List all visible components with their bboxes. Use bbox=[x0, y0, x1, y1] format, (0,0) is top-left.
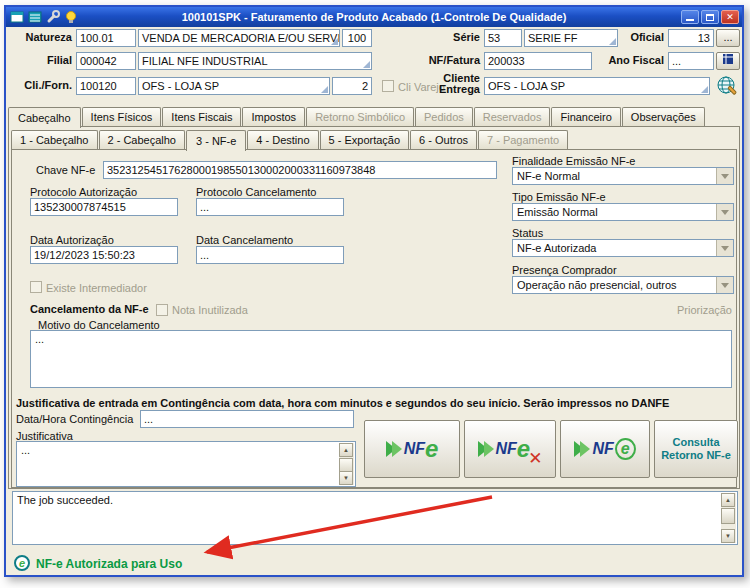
priorizacao-label: Priorização bbox=[606, 304, 732, 317]
justificativa-scrollbar[interactable]: ▲ ▼ bbox=[339, 443, 354, 485]
cliente-entrega-label: Cliente Entrega bbox=[424, 73, 480, 95]
existe-intermediador-label: Existe Intermediador bbox=[46, 282, 147, 295]
ano-fiscal-field[interactable]: ... bbox=[668, 52, 714, 70]
data-cancelamento-field[interactable]: ... bbox=[196, 246, 344, 264]
close-button[interactable]: ✕ bbox=[721, 10, 739, 24]
tab-cabecalho[interactable]: Cabeçalho bbox=[8, 107, 81, 128]
title-bar: 100101SPK - Faturamento de Produto Acaba… bbox=[6, 7, 742, 27]
subtab-2-cabecalho[interactable]: 2 - Cabeçalho bbox=[99, 130, 186, 149]
cliente-entrega-globe-button[interactable] bbox=[716, 75, 740, 99]
nfe-logo-nf: NF bbox=[404, 440, 425, 458]
tipo-emissao-select[interactable]: Emissão Normal bbox=[512, 203, 734, 221]
oficial-lookup-button[interactable]: ... bbox=[716, 29, 740, 47]
natureza-desc-field[interactable]: VENDA DE MERCADORIA E/OU SERVI bbox=[138, 29, 340, 47]
tab-itens-fisicos[interactable]: Itens Físicos bbox=[82, 107, 162, 126]
status-select[interactable]: NF-e Autorizada bbox=[512, 239, 734, 257]
cli-forn-qty-field[interactable]: 2 bbox=[332, 77, 372, 95]
finalidade-emissao-value: NF-e Normal bbox=[517, 170, 580, 182]
nfe-transmit-button[interactable]: NFe bbox=[364, 420, 460, 478]
ano-fiscal-lookup-button[interactable] bbox=[716, 52, 740, 70]
cli-forn-code-field[interactable]: 100120 bbox=[76, 77, 136, 95]
scroll-down-icon[interactable]: ▼ bbox=[339, 471, 353, 485]
chevron-down-icon[interactable] bbox=[716, 277, 733, 293]
protocolo-autorizacao-field[interactable]: 135230007874515 bbox=[30, 198, 178, 216]
tab-reservados: Reservados bbox=[474, 107, 551, 126]
scroll-up-icon[interactable]: ▲ bbox=[339, 443, 353, 457]
justificativa-value: ... bbox=[21, 444, 30, 456]
chevron-down-icon[interactable] bbox=[716, 204, 733, 220]
nfe-logo-e: e bbox=[425, 439, 438, 459]
window-controls: ✕ bbox=[681, 10, 739, 24]
presenca-comprador-select[interactable]: Operação não presencial, outros bbox=[512, 276, 734, 294]
calendar-grid-icon bbox=[722, 55, 734, 67]
contingencia-info-text: Justificativa de entrada em Contingência… bbox=[16, 397, 669, 410]
scroll-down-icon[interactable]: ▼ bbox=[721, 529, 735, 543]
title-bar-icons bbox=[10, 10, 78, 26]
cancelamento-section-title: Cancelamento da NF-e bbox=[30, 303, 149, 316]
app-window-icon[interactable] bbox=[10, 10, 24, 26]
close-icon: ✕ bbox=[726, 13, 734, 22]
serie-code-field[interactable]: 53 bbox=[484, 29, 522, 47]
minimize-button[interactable] bbox=[681, 10, 699, 24]
cli-forn-desc-field[interactable]: OFS - LOJA SP bbox=[138, 77, 330, 95]
protocolo-cancelamento-field[interactable]: ... bbox=[196, 198, 344, 216]
minimize-icon bbox=[686, 19, 694, 21]
motivo-cancelamento-textarea[interactable]: ... bbox=[30, 330, 732, 388]
nota-inutilizada-label: Nota Inutilizada bbox=[172, 304, 248, 317]
tab-financeiro[interactable]: Financeiro bbox=[551, 107, 620, 126]
sub-tab-bar: 1 - Cabeçalho 2 - Cabeçalho 3 - NF-e 4 -… bbox=[11, 127, 569, 149]
log-scrollbar[interactable]: ▲ ▼ bbox=[721, 493, 736, 543]
serie-desc-field[interactable]: SERIE FF bbox=[524, 29, 618, 47]
ano-fiscal-label: Ano Fiscal bbox=[598, 54, 664, 66]
nfe-consult-button[interactable]: NFe bbox=[560, 420, 650, 478]
oficial-label: Oficial bbox=[618, 31, 664, 43]
chevron-down-icon[interactable] bbox=[716, 168, 733, 184]
natureza-code-field[interactable]: 100.01 bbox=[76, 29, 136, 47]
lightbulb-icon[interactable] bbox=[64, 10, 78, 26]
subtab-3-nfe[interactable]: 3 - NF-e bbox=[186, 130, 246, 151]
nfe-logo-e-circled: e bbox=[615, 438, 636, 460]
maximize-icon bbox=[706, 14, 714, 21]
subtab-1-cabecalho[interactable]: 1 - Cabeçalho bbox=[11, 130, 98, 149]
subtab-6-outros[interactable]: 6 - Outros bbox=[410, 130, 477, 149]
nfe-cancel-button[interactable]: NFe ✕ bbox=[464, 420, 556, 478]
maximize-button[interactable] bbox=[701, 10, 719, 24]
serie-label: Série bbox=[430, 31, 480, 43]
oficial-field[interactable]: 13 bbox=[668, 29, 714, 47]
scroll-thumb[interactable] bbox=[721, 508, 735, 524]
subtab-4-destino[interactable]: 4 - Destino bbox=[247, 130, 318, 149]
nf-fatura-label: NF/Fatura bbox=[396, 54, 480, 66]
nfe-logo-nf: NF bbox=[496, 440, 517, 458]
wrench-icon[interactable] bbox=[46, 10, 60, 26]
finalidade-emissao-select[interactable]: NF-e Normal bbox=[512, 167, 734, 185]
green-arrows-icon bbox=[478, 441, 494, 457]
tab-impostos[interactable]: Impostos bbox=[242, 107, 305, 126]
cliente-entrega-field[interactable]: OFS - LOJA SP bbox=[484, 77, 710, 95]
data-hora-contingencia-field[interactable]: ... bbox=[140, 410, 354, 428]
scroll-up-icon[interactable]: ▲ bbox=[721, 493, 735, 507]
globe-edit-icon bbox=[716, 87, 740, 99]
job-log-text: The job succeeded. bbox=[17, 494, 113, 506]
filial-label: Filial bbox=[10, 54, 72, 66]
natureza-label: Natureza bbox=[10, 31, 72, 43]
chave-nfe-field[interactable]: 3523125451762800019855013000200033116097… bbox=[103, 161, 497, 179]
red-x-icon: ✕ bbox=[528, 448, 542, 469]
window-title: 100101SPK - Faturamento de Produto Acaba… bbox=[6, 11, 742, 23]
green-arrows-icon bbox=[574, 441, 590, 457]
tipo-emissao-value: Emissão Normal bbox=[517, 206, 598, 218]
filial-code-field[interactable]: 000042 bbox=[76, 52, 136, 70]
nf-fatura-field[interactable]: 200033 bbox=[484, 52, 592, 70]
tab-observacoes[interactable]: Observações bbox=[622, 107, 705, 126]
data-autorizacao-field[interactable]: 19/12/2023 15:50:23 bbox=[30, 246, 178, 264]
nota-inutilizada-checkbox bbox=[156, 304, 168, 316]
tab-itens-fiscais[interactable]: Itens Fiscais bbox=[162, 107, 241, 126]
chevron-down-icon[interactable] bbox=[716, 240, 733, 256]
grid-rows-icon[interactable] bbox=[28, 10, 42, 26]
main-tab-bar: Cabeçalho Itens Físicos Itens Fiscais Im… bbox=[8, 104, 706, 126]
consulta-retorno-button[interactable]: Consulta Retorno NF-e bbox=[654, 420, 738, 478]
natureza-extra-field[interactable]: 100 bbox=[342, 29, 372, 47]
justificativa-textarea[interactable]: ... ▲ ▼ bbox=[16, 441, 356, 487]
filial-desc-field[interactable]: FILIAL NFE INDUSTRIAL bbox=[138, 52, 372, 70]
subtab-5-exportacao[interactable]: 5 - Exportação bbox=[320, 130, 410, 149]
nfe-status-icon: e bbox=[14, 555, 30, 571]
